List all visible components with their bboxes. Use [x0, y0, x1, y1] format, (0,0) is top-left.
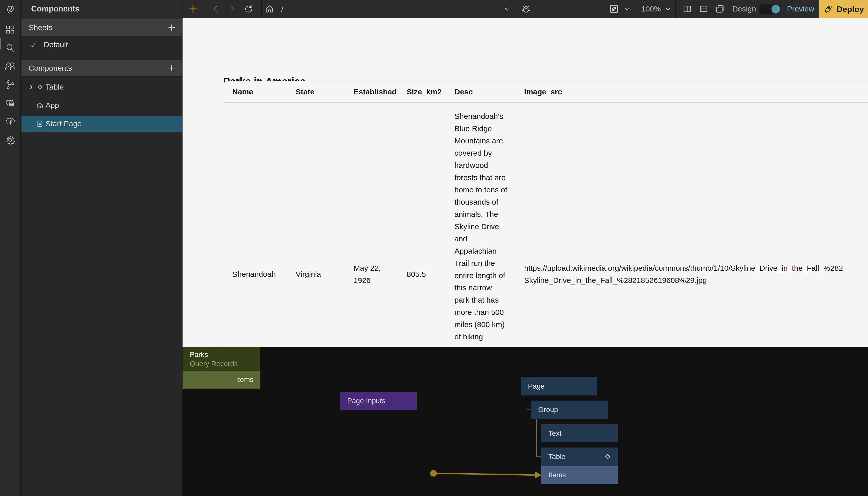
split-horizontal-button[interactable] [697, 0, 710, 18]
toolbar-separator [261, 0, 262, 18]
chevron-down-icon [624, 5, 631, 13]
column-header[interactable]: Size_km2 [398, 88, 446, 96]
cell-name: Shenandoah [224, 270, 288, 279]
node-group[interactable]: Group [531, 401, 608, 419]
column-header[interactable]: Image_src [516, 88, 868, 96]
branch-icon [5, 79, 16, 90]
diamond-icon [36, 83, 43, 91]
deploy-button[interactable]: Deploy [819, 0, 868, 18]
design-preview-toggle[interactable] [759, 4, 781, 15]
sidebar-item-users[interactable] [0, 57, 21, 76]
logo-icon[interactable] [0, 0, 21, 18]
split-vertical-button[interactable] [681, 0, 694, 18]
node-label: Text [541, 430, 561, 437]
split-vertical-icon [682, 4, 692, 14]
page-dropdown-button[interactable] [502, 0, 513, 18]
connector-arrowhead [535, 471, 542, 478]
sidebar-item-version-control[interactable] [0, 76, 21, 94]
sidebar-item-components-grid[interactable] [0, 20, 21, 39]
node-label: Page Inputs [340, 397, 385, 405]
sheet-default-label: Default [44, 40, 68, 49]
search-icon [5, 43, 16, 53]
rocket-icon [823, 4, 833, 14]
home-button[interactable] [264, 0, 275, 18]
column-header[interactable]: Established [346, 88, 398, 96]
cell-state: Virginia [288, 270, 346, 279]
cell-desc: Shenandoah's Blue Ridge Mountains are co… [446, 103, 516, 347]
forward-icon [228, 5, 236, 13]
table-row[interactable]: Shenandoah Virginia May 22, 1926 805.5 S… [224, 103, 868, 347]
table-header-row: Name State Established Size_km2 Desc Ima… [224, 81, 868, 103]
tree-app-label: App [45, 101, 59, 110]
data-connector [437, 473, 536, 475]
reload-button[interactable] [243, 0, 255, 18]
node-page[interactable]: Page [521, 377, 597, 396]
toggle-knob [772, 5, 780, 14]
fit-view-chevron[interactable] [622, 0, 633, 18]
diamond-icon [604, 453, 612, 461]
sheets-section-header: Sheets [21, 19, 182, 36]
components-grid-icon [5, 24, 16, 35]
sidebar-item-data-sources[interactable] [0, 94, 21, 112]
sidebar-title-label: Components [31, 4, 79, 14]
sidebar-item-cloud-functions[interactable] [0, 112, 21, 130]
reload-icon [244, 4, 254, 14]
data-flow-inspector: Page Inputs Parks Query Records Items Pa… [183, 347, 868, 496]
add-sheet-button[interactable] [168, 24, 176, 31]
preview-mode-label[interactable]: Preview [787, 0, 814, 18]
gear-icon [4, 134, 16, 145]
bug-icon [521, 4, 531, 14]
column-header[interactable]: State [288, 88, 346, 96]
forward-button[interactable] [226, 0, 238, 18]
sheet-item-default[interactable]: Default [21, 36, 182, 53]
path-label: / [281, 4, 284, 14]
home-icon [265, 4, 274, 13]
debug-button[interactable] [519, 0, 532, 18]
cell-image-src: https://upload.wikimedia.org/wikipedia/c… [516, 262, 868, 286]
cloud-functions-icon [4, 115, 16, 127]
add-component-button[interactable] [168, 64, 176, 72]
windows-button[interactable] [714, 0, 726, 18]
design-mode-label[interactable]: Design [731, 0, 757, 18]
split-horizontal-icon [699, 4, 709, 14]
users-icon [4, 61, 16, 72]
zoom-level[interactable]: 100% [640, 0, 663, 18]
expand-icon [609, 4, 619, 14]
node-text[interactable]: Text [541, 424, 618, 443]
zoom-chevron[interactable] [663, 0, 673, 18]
page-icon [36, 120, 43, 127]
tree-item-table[interactable]: Table [21, 79, 182, 95]
toolbar-separator [514, 0, 514, 18]
back-button[interactable] [210, 0, 221, 18]
check-icon [29, 41, 37, 48]
toolbar-separator [675, 0, 676, 18]
chevron-down-icon [665, 5, 672, 13]
tree-start-page-label: Start Page [45, 120, 82, 128]
deploy-label: Deploy [837, 4, 864, 14]
toolbar-separator [635, 0, 636, 18]
node-table[interactable]: Table [541, 448, 618, 466]
parks-table[interactable]: Name State Established Size_km2 Desc Ima… [224, 81, 868, 347]
tree-item-app[interactable]: App [21, 97, 182, 113]
tree-item-start-page[interactable]: Start Page [21, 116, 182, 131]
rail-active-indicator [0, 38, 1, 49]
chevron-right-icon[interactable] [28, 84, 34, 90]
node-table-items-input[interactable]: Items [541, 466, 618, 484]
graph-edges [183, 347, 868, 496]
add-button[interactable] [187, 0, 199, 18]
app-window: Components Sheets Default Components [0, 0, 868, 496]
node-page-inputs[interactable]: Page Inputs [340, 392, 417, 410]
column-header[interactable]: Desc [446, 88, 516, 96]
fit-view-button[interactable] [608, 0, 620, 18]
icon-rail [0, 0, 21, 496]
sidebar-item-settings[interactable] [0, 130, 21, 149]
logo-icon [5, 4, 16, 15]
data-sources-icon [4, 97, 16, 109]
sidebar-item-search[interactable] [0, 39, 21, 57]
column-header[interactable]: Name [224, 88, 288, 96]
chevron-down-icon [503, 5, 511, 13]
output-port-dot[interactable] [430, 470, 437, 477]
url-path[interactable]: / [278, 0, 286, 18]
top-toolbar: / 100% [183, 0, 868, 18]
sheets-header-label: Sheets [29, 23, 52, 32]
